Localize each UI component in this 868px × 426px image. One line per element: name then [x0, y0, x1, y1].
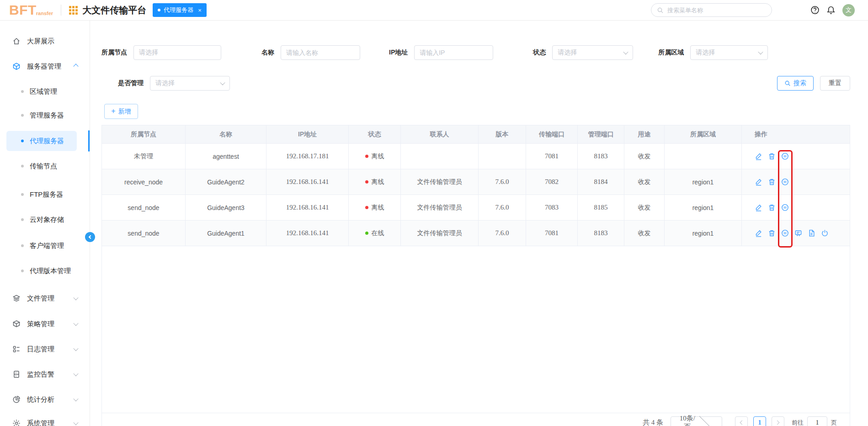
filter-region: 所属区域 请选择	[658, 45, 768, 60]
monitor-board-icon[interactable]	[794, 229, 802, 237]
cell-ip: 192.168.16.141	[266, 169, 349, 194]
sidebar-item-proxy-version-mgmt[interactable]: 代理版本管理	[0, 260, 90, 281]
page-unit-label: 页	[831, 419, 837, 426]
apps-grid-icon	[69, 6, 78, 15]
sidebar-item-system-mgmt[interactable]: 系统管理	[0, 413, 90, 426]
page-title: 大文件传输平台	[82, 4, 146, 16]
name-input[interactable]	[286, 49, 355, 56]
status-dot	[365, 232, 368, 235]
bell-icon[interactable]	[826, 5, 836, 15]
col-header-ip: IP地址	[266, 125, 349, 143]
cell-version: 7.6.0	[479, 195, 526, 220]
ip-input[interactable]	[420, 49, 488, 56]
sidebar-collapse-button[interactable]	[85, 232, 95, 242]
add-button[interactable]: + 新增	[104, 104, 138, 119]
chevron-down-icon	[73, 420, 78, 425]
user-avatar[interactable]: 文	[842, 4, 855, 16]
menu-search-input[interactable]	[667, 7, 766, 14]
sidebar-item-server-mgmt[interactable]: 服务器管理	[0, 56, 90, 77]
search-icon	[784, 80, 791, 86]
pause-icon[interactable]	[781, 178, 789, 186]
table-empty-space	[102, 246, 850, 413]
cell-contact	[401, 144, 479, 169]
pie-chart-icon	[12, 395, 21, 404]
delete-icon[interactable]	[768, 178, 776, 186]
filter-status: 状态 请选择	[533, 45, 633, 60]
sidebar-item-client-mgmt[interactable]: 客户端管理	[0, 235, 90, 256]
search-button[interactable]: 搜索	[777, 76, 814, 91]
goto-page-input[interactable]	[807, 416, 827, 426]
sidebar-item-file-mgmt[interactable]: 文件管理	[0, 288, 90, 309]
col-header-actions: 操作	[742, 125, 850, 143]
edit-icon[interactable]	[755, 178, 762, 186]
sidebar-item-log-mgmt[interactable]: 日志管理	[0, 339, 90, 360]
managed-select[interactable]: 请选择	[150, 76, 230, 91]
sidebar-item-manage-server[interactable]: 管理服务器	[0, 105, 90, 126]
sidebar-item-ftp-server[interactable]: FTP服务器	[0, 184, 90, 205]
col-header-usage: 用途	[624, 125, 665, 143]
page-number-button[interactable]: 1	[753, 416, 766, 426]
sidebar-item-policy-mgmt[interactable]: 策略管理	[0, 313, 90, 334]
cell-manage-port: 8183	[578, 221, 624, 246]
chevron-down-icon	[220, 80, 225, 85]
document-icon[interactable]	[808, 229, 815, 237]
cell-ip: 192.168.16.141	[266, 221, 349, 246]
chevron-down-icon	[623, 49, 628, 54]
sidebar-item-cloud-storage[interactable]: 云对象存储	[0, 209, 90, 230]
cube-icon	[12, 62, 21, 70]
pagination-total: 共 4 条	[643, 418, 663, 426]
bullet-dot-icon	[21, 90, 24, 93]
power-icon[interactable]	[821, 229, 829, 237]
cell-status: 离线	[349, 144, 401, 169]
cell-node: 未管理	[102, 144, 186, 169]
filter-row-2: 是否管理 请选择 搜索 重置	[101, 76, 850, 91]
tab-proxy-server[interactable]: 代理服务器 ×	[153, 3, 207, 17]
sidebar-item-dashboard[interactable]: 大屏展示	[0, 31, 90, 52]
pause-icon[interactable]	[781, 152, 789, 160]
pause-icon[interactable]	[781, 229, 789, 237]
prev-page-button[interactable]	[735, 416, 748, 426]
cell-region: region1	[665, 169, 742, 194]
filter-name: 名称	[261, 45, 360, 60]
sidebar-item-proxy-server[interactable]: 代理服务器	[0, 130, 90, 151]
edit-icon[interactable]	[755, 229, 762, 237]
region-select[interactable]: 请选择	[690, 45, 768, 60]
pause-icon[interactable]	[781, 204, 789, 211]
tab-close-icon[interactable]: ×	[198, 7, 202, 14]
col-header-transfer-port: 传输端口	[526, 125, 578, 143]
table-row: 未管理 agenttest 192.168.17.181 离线 7081 818…	[102, 144, 850, 169]
col-header-contact: 联系人	[401, 125, 479, 143]
layers-icon	[12, 294, 21, 302]
sidebar-item-transfer-node[interactable]: 传输节点	[0, 156, 90, 177]
sidebar-item-statistics[interactable]: 统计分析	[0, 389, 90, 410]
sidebar-item-monitor-alert[interactable]: 监控告警	[0, 364, 90, 385]
delete-icon[interactable]	[768, 229, 776, 237]
policy-icon	[12, 320, 21, 328]
help-icon[interactable]	[810, 5, 820, 15]
cell-usage: 收发	[624, 169, 665, 194]
page-size-select[interactable]: 10条/页	[671, 416, 722, 426]
chevron-down-icon	[699, 414, 716, 426]
reset-button[interactable]: 重置	[820, 76, 850, 91]
sidebar-item-region-mgmt[interactable]: 区域管理	[0, 81, 90, 102]
cell-node: send_node	[102, 195, 186, 220]
chevron-left-icon	[89, 235, 92, 239]
name-input-box	[281, 45, 360, 60]
cell-usage: 收发	[624, 144, 665, 169]
status-select[interactable]: 请选择	[552, 45, 633, 60]
node-select[interactable]: 请选择	[133, 45, 221, 60]
cell-actions	[742, 195, 850, 220]
cell-contact: 文件传输管理员	[401, 195, 479, 220]
delete-icon[interactable]	[768, 152, 776, 160]
next-page-button[interactable]	[772, 416, 784, 426]
cell-status: 在线	[349, 221, 401, 246]
col-header-region: 所属区域	[665, 125, 742, 143]
cell-region: region1	[665, 195, 742, 220]
cell-region	[665, 144, 742, 169]
delete-icon[interactable]	[768, 204, 776, 211]
edit-icon[interactable]	[755, 152, 762, 160]
top-header: BFT ransfer 大文件传输平台 代理服务器 × 文	[0, 0, 868, 21]
log-list-icon	[12, 345, 21, 353]
menu-search-box[interactable]	[651, 3, 772, 17]
edit-icon[interactable]	[755, 204, 762, 211]
